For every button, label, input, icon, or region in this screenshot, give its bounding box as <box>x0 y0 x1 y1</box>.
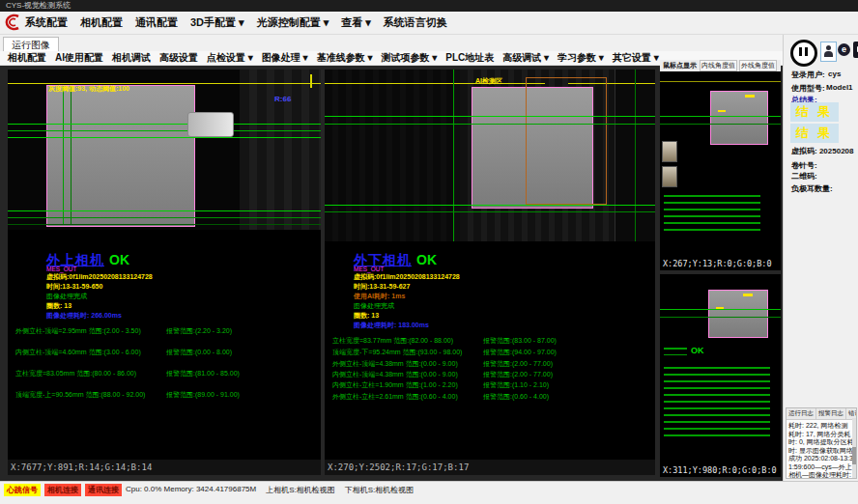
small-bottom-view[interactable]: OK <box>660 274 781 463</box>
left-barcode-text: 虚拟码:0f1lim20250208133124728 <box>46 272 153 282</box>
center-process-done-text: 图像处理完成 <box>354 301 394 311</box>
tool-plc-address[interactable]: PLC地址表 <box>445 51 494 65</box>
left-overlay-green-hline-1 <box>8 124 321 125</box>
mouse-point-display-label: 鼠标点显示 <box>663 61 697 70</box>
login-user-label: 登录用户: <box>791 70 825 80</box>
small-bottom-text-fragment <box>664 348 687 355</box>
model-value: Model1 <box>826 83 853 92</box>
pause-button[interactable] <box>790 40 817 67</box>
center-camera-image[interactable]: AI检测区 <box>325 70 655 241</box>
user-button[interactable] <box>820 42 837 62</box>
small-top-view[interactable] <box>660 71 781 257</box>
qr-code-label: 二维码: <box>791 171 817 182</box>
log-tab-alarm[interactable]: 报警日志 <box>816 408 846 419</box>
left-measure-row: 顶端宽度-上=90.56mm 范围:(88.00 - 92.00)报警范围:(8… <box>15 390 240 400</box>
center-ai-region-label: AI检测区 <box>475 76 502 86</box>
log-scrollbar[interactable] <box>852 418 856 478</box>
small-top-yellow-mark-2 <box>718 110 726 112</box>
e-button[interactable]: e <box>838 43 850 56</box>
menu-item-view[interactable]: 查看 ▾ <box>341 15 371 30</box>
log-tab-run[interactable]: 运行日志 <box>786 408 816 419</box>
center-measure-row: 内侧立柱-立柱=1.90mm 范围:(1.00 - 2.20)报警范围:(1.1… <box>332 380 549 390</box>
left-overlay-green-hline-6 <box>8 224 321 225</box>
center-image-dark-left <box>325 70 460 241</box>
left-overlay-green-hline-5 <box>8 217 321 218</box>
tab-inner-angle[interactable]: 内线角度值 <box>700 60 737 71</box>
center-cycle-text: 圈数: 13 <box>354 311 379 321</box>
left-measure-row: 内侧立柱-顶端=4.60mm 范围:(3.00 - 6.00)报警范围:(0.0… <box>15 348 232 357</box>
menu-item-3d-hand-config[interactable]: 3D手配置 ▾ <box>190 15 244 30</box>
tool-baseline-params[interactable]: 基准线参数 ▾ <box>317 51 373 65</box>
center-overlay-green-hline-3 <box>325 205 655 206</box>
center-ok-status: OK <box>416 252 437 267</box>
log-text: 耗时: 222, 网络检测耗时: 17, 网络分类耗时: 0, 网络提取分区耗时… <box>786 420 856 479</box>
menu-item-light-control[interactable]: 光源控制配置 ▾ <box>257 15 329 30</box>
center-overlay-green-vline-2 <box>635 70 636 241</box>
left-measure-row: 立柱宽度=83.05mm 范围:(80.00 - 86.00)报警范围:(81.… <box>15 369 240 378</box>
result-box-2: 结 果 <box>790 124 839 143</box>
tool-camera-config[interactable]: 相机配置 <box>8 51 46 65</box>
small-bottom-yellow-mark-1 <box>743 294 753 296</box>
e-icon: e <box>842 44 846 54</box>
left-mes-label: MES_OUT <box>46 266 76 272</box>
center-overlay-green-hline-4 <box>325 211 655 212</box>
status-bar: 心跳信号 相机连接 通讯连接 Cpu: 0.0% Memory: 3424.41… <box>0 481 858 504</box>
center-meas-2-alarm: 报警范围:(2.00 - 77.00) <box>483 360 553 367</box>
upper-camera-status: 上相机S:相机检视图 <box>266 484 335 495</box>
cpu-memory-text: Cpu: 0.0% Memory: 3424.41796875M <box>126 484 256 493</box>
left-measure-row: 外侧立柱-顶端=2.95mm 范围:(2.00 - 3.50)报警范围:(2.2… <box>15 326 232 336</box>
needle-number-label: 卷针号: <box>791 160 817 171</box>
small-top-yellow-mark-1 <box>745 95 755 98</box>
small-top-green-hline-2 <box>660 124 781 125</box>
left-cursor-coords: X:7677;Y:891;R:14;G:14;B:14 <box>8 460 321 475</box>
login-user-value: cys <box>828 70 841 78</box>
pause-icon <box>799 47 802 56</box>
tool-test-params[interactable]: 测试项参数 ▾ <box>381 51 437 65</box>
menu-item-comm-config[interactable]: 通讯配置 <box>135 15 178 30</box>
tool-camera-debug[interactable]: 相机调试 <box>112 51 151 65</box>
title-bar: CYS-视觉检测系统 <box>0 0 858 12</box>
menu-item-system-config[interactable]: 系统配置 <box>25 15 68 30</box>
center-overlay-green-hline-1 <box>325 116 655 117</box>
left-product-region <box>46 85 195 227</box>
left-meas-2-alarm: 报警范围:(81.00 - 85.00) <box>166 370 240 377</box>
menu-bar: 系统配置 相机配置 通讯配置 3D手配置 ▾ 光源控制配置 ▾ 查看 ▾ 系统语… <box>0 12 858 35</box>
center-meas-0-alarm: 报警范围:(83.00 - 87.00) <box>483 337 557 344</box>
center-measure-row: 内侧立柱-顶端=4.38mm 范围:(0.00 - 9.00)报警范围:(2.0… <box>332 370 553 379</box>
tool-advanced-settings[interactable]: 高级设置 <box>159 51 198 65</box>
lower-camera-status: 下相机S:相机检视图 <box>345 484 415 495</box>
logout-button[interactable] <box>853 42 858 58</box>
left-meas-1-value: 内侧立柱-顶端=4.60mm 范围:(3.00 - 6.00) <box>15 348 166 357</box>
center-meas-4-value: 内侧立柱-立柱=1.90mm 范围:(1.00 - 2.20) <box>332 380 483 390</box>
tool-other-settings[interactable]: 其它设置 ▾ <box>613 51 659 65</box>
center-mes-label: MES_OUT <box>354 266 384 272</box>
center-overlay-yellow-line-a <box>325 83 545 84</box>
menu-item-camera-config[interactable]: 相机配置 <box>80 15 123 30</box>
app-logo-icon <box>3 13 22 32</box>
app-root: { "window": { "title": "CYS-视觉检测系统" }, "… <box>0 0 858 504</box>
tab-outer-angle[interactable]: 外线角度值 <box>739 60 777 71</box>
center-cursor-coords: X:270;Y:2502;R:17;G:17;B:17 <box>325 460 655 475</box>
neg-tab-count-label: 负极耳数量: <box>791 183 833 194</box>
tool-learn-params[interactable]: 学习参数 ▾ <box>558 51 604 65</box>
menu-item-language-switch[interactable]: 系统语言切换 <box>384 15 447 30</box>
left-camera-image[interactable]: 灰度阈值:93, 动态阈值:100 R:66 <box>8 70 321 230</box>
heartbeat-badge: 心跳信号 <box>4 484 41 496</box>
log-box: 运行日志 报警日志 错误日志 耗时: 222, 网络检测耗时: 17, 网络分类… <box>786 407 857 479</box>
center-meas-1-alarm: 报警范围:(94.00 - 97.00) <box>483 349 557 355</box>
center-meas-2-value: 外侧立柱-顶端=4.38mm 范围:(0.00 - 9.00) <box>332 359 483 369</box>
tool-advanced-debug[interactable]: 高级调试 ▾ <box>502 51 549 65</box>
small-bottom-cursor-coords: X:311;Y:980;R:0;G:0;B:0 <box>660 463 781 477</box>
left-meas-0-value: 外侧立柱-顶端=2.95mm 范围:(2.00 - 3.50) <box>15 326 166 336</box>
left-overlay-yellow-tick <box>310 74 312 88</box>
center-meas-5-value: 外侧立柱-立柱=2.61mm 范围:(0.60 - 4.00) <box>332 392 483 402</box>
small-top-text-lines <box>664 195 760 236</box>
log-scrollbar-thumb[interactable] <box>852 447 856 464</box>
small-bottom-ok-status: OK <box>691 346 704 355</box>
center-measure-row: 外侧立柱-立柱=2.61mm 范围:(0.60 - 4.00)报警范围:(0.6… <box>332 392 549 402</box>
tool-spot-check[interactable]: 点检设置 ▾ <box>207 51 253 65</box>
left-meas-3-value: 顶端宽度-上=90.56mm 范围:(88.00 - 92.00) <box>15 390 166 400</box>
left-overlay-green-hline-4 <box>8 210 321 211</box>
tool-ai-use-config[interactable]: AI使用配置 <box>55 51 103 65</box>
tool-image-processing[interactable]: 图像处理 ▾ <box>262 51 308 65</box>
